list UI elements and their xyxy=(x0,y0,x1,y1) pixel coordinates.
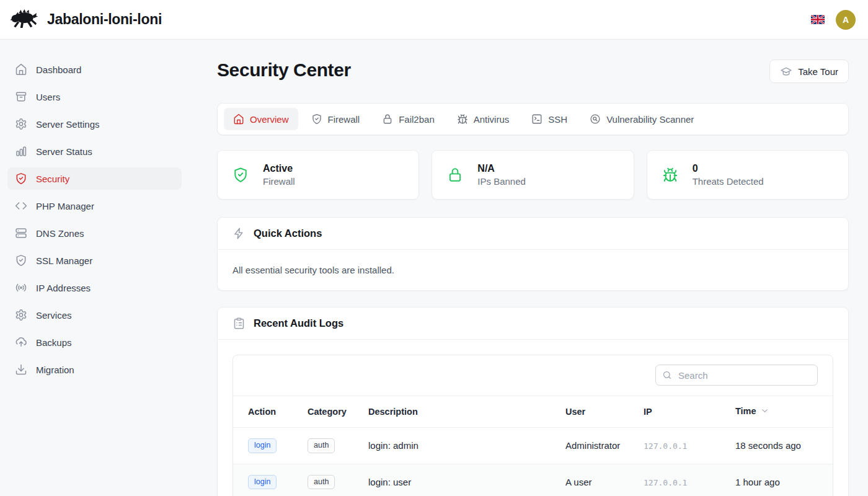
scan-search-icon xyxy=(590,113,601,125)
sidebar-item-label: SSL Manager xyxy=(36,255,92,266)
table-header-row: Action Category Description User IP Time xyxy=(233,396,833,428)
sidebar-item-label: Dashboard xyxy=(36,64,81,75)
column-header-ip[interactable]: IP xyxy=(637,396,729,428)
main-content: Security Center Take Tour Overview Firew… xyxy=(189,40,868,496)
user-cell: A user xyxy=(559,464,637,496)
stat-card-threats: 0 Threats Detected xyxy=(647,150,849,200)
sidebar-item-label: DNS Zones xyxy=(36,228,84,239)
sidebar-item-label: Users xyxy=(36,92,60,102)
sidebar-item-label: Services xyxy=(36,310,72,321)
uk-flag-icon[interactable] xyxy=(811,15,825,24)
lock-icon xyxy=(382,113,393,125)
sidebar-item-label: Server Status xyxy=(36,146,92,157)
action-badge[interactable]: login xyxy=(248,438,277,453)
chevron-down-icon xyxy=(760,406,769,417)
sidebar-item-dashboard[interactable]: Dashboard xyxy=(7,58,182,81)
user-cell: Administrator xyxy=(559,428,637,464)
time-cell: 1 hour ago xyxy=(729,464,833,496)
boar-logo-icon xyxy=(9,9,38,31)
audit-search-input[interactable] xyxy=(655,365,818,386)
lock-icon xyxy=(447,167,463,183)
table-row: login auth login: user A user 127.0.0.1 … xyxy=(233,464,833,496)
take-tour-button[interactable]: Take Tour xyxy=(769,60,849,83)
sidebar-item-security[interactable]: Security xyxy=(7,167,182,190)
stat-card-ips-banned: N/A IPs Banned xyxy=(432,150,634,200)
column-header-description[interactable]: Description xyxy=(362,396,559,428)
stat-label: IPs Banned xyxy=(477,176,526,187)
sidebar-item-ssl-manager[interactable]: SSL Manager xyxy=(7,249,182,272)
tab-overview[interactable]: Overview xyxy=(224,108,298,130)
column-header-user[interactable]: User xyxy=(559,396,637,428)
column-header-category[interactable]: Category xyxy=(301,396,362,428)
tab-fail2ban[interactable]: Fail2ban xyxy=(373,108,444,130)
sidebar-item-server-status[interactable]: Server Status xyxy=(7,140,182,162)
sidebar-item-ip-addresses[interactable]: IP Addresses xyxy=(7,277,182,299)
terminal-icon xyxy=(531,113,542,125)
stat-value: N/A xyxy=(477,163,526,174)
column-header-action[interactable]: Action xyxy=(233,396,301,428)
stat-label: Threats Detected xyxy=(693,176,764,187)
table-row: login auth login: admin Administrator 12… xyxy=(233,428,833,464)
topbar: Jabaloni-loni-loni A xyxy=(0,0,868,40)
sidebar: Dashboard Users Server Settings Server S… xyxy=(0,40,189,496)
clipboard-icon xyxy=(232,317,246,330)
tab-ssh[interactable]: SSH xyxy=(522,108,577,130)
sidebar-item-services[interactable]: Services xyxy=(7,304,182,326)
audit-logs-title: Recent Audit Logs xyxy=(254,317,343,329)
stat-label: Firewall xyxy=(263,176,295,187)
topbar-right: A xyxy=(811,10,856,30)
sidebar-item-label: Server Settings xyxy=(36,119,100,130)
category-badge[interactable]: auth xyxy=(308,475,335,490)
sidebar-item-dns-zones[interactable]: DNS Zones xyxy=(7,222,182,244)
audit-table-panel: Action Category Description User IP Time xyxy=(232,355,833,496)
home-icon xyxy=(233,113,244,125)
tab-antivirus[interactable]: Antivirus xyxy=(448,108,519,130)
ip-cell: 127.0.0.1 xyxy=(644,441,687,451)
sidebar-item-users[interactable]: Users xyxy=(7,86,182,108)
column-header-time[interactable]: Time xyxy=(729,396,833,428)
avatar[interactable]: A xyxy=(836,10,856,30)
sidebar-item-label: IP Addresses xyxy=(36,283,91,293)
audit-table: Action Category Description User IP Time xyxy=(233,396,833,496)
description-cell: login: user xyxy=(362,464,559,496)
time-cell: 18 seconds ago xyxy=(729,428,833,464)
shield-check-icon xyxy=(232,167,249,183)
quick-actions-card: Quick Actions All essential security too… xyxy=(217,217,849,291)
ip-cell: 127.0.0.1 xyxy=(644,478,687,487)
description-cell: login: admin xyxy=(362,428,559,464)
stat-card-firewall: Active Firewall xyxy=(217,150,419,200)
security-tabs: Overview Firewall Fail2ban Antivirus SSH… xyxy=(217,103,849,135)
sidebar-item-migration[interactable]: Migration xyxy=(7,358,182,381)
tab-vulnerability-scanner[interactable]: Vulnerability Scanner xyxy=(580,108,703,130)
shield-icon xyxy=(311,113,322,125)
stat-value: Active xyxy=(263,163,295,174)
bug-icon xyxy=(662,167,678,183)
brand-title: Jabaloni-loni-loni xyxy=(47,11,162,28)
quick-actions-title: Quick Actions xyxy=(254,228,322,239)
lightning-icon xyxy=(232,227,246,240)
category-badge[interactable]: auth xyxy=(308,438,335,453)
action-badge[interactable]: login xyxy=(248,475,277,490)
bug-icon xyxy=(457,113,468,125)
audit-logs-card: Recent Audit Logs Action Cat xyxy=(217,307,849,496)
stat-value: 0 xyxy=(693,163,764,174)
search-icon xyxy=(662,370,672,380)
sidebar-item-php-manager[interactable]: PHP Manager xyxy=(7,195,182,217)
brand[interactable]: Jabaloni-loni-loni xyxy=(9,9,162,31)
page-title: Security Center xyxy=(217,60,351,81)
sidebar-item-label: Migration xyxy=(36,365,74,375)
sidebar-item-backups[interactable]: Backups xyxy=(7,331,182,353)
tab-firewall[interactable]: Firewall xyxy=(302,108,370,130)
graduation-cap-icon xyxy=(780,65,792,78)
sidebar-item-label: PHP Manager xyxy=(36,201,94,211)
sidebar-item-server-settings[interactable]: Server Settings xyxy=(7,113,182,135)
sidebar-item-label: Security xyxy=(36,174,69,184)
sidebar-item-label: Backups xyxy=(36,337,72,348)
quick-actions-message: All essential security tools are install… xyxy=(232,265,833,275)
